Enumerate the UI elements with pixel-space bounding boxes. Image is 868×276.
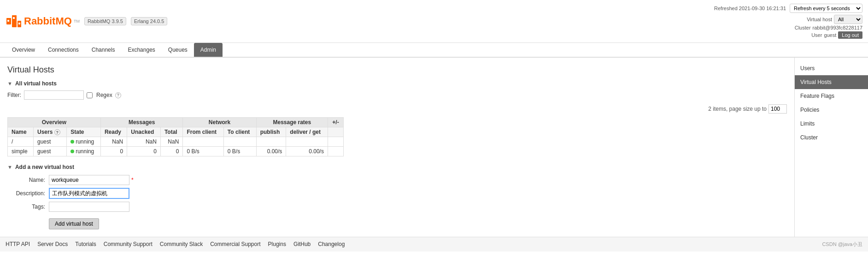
footer-link-plugins[interactable]: Plugins	[268, 241, 286, 248]
footer-link-server-docs[interactable]: Server Docs	[37, 241, 68, 248]
add-vhost-button[interactable]: Add virtual host	[49, 218, 99, 229]
cell-publish: 0.00/s	[256, 147, 286, 156]
logout-button[interactable]: Log out	[838, 31, 862, 39]
col-group-message-rates: Message rates	[256, 118, 328, 127]
erlang-version: Erlang 24.0.5	[131, 17, 167, 25]
user-value: guest	[824, 32, 836, 38]
regex-label: Regex	[96, 92, 112, 98]
cell-total: 0	[160, 147, 182, 156]
cell-state: running	[67, 147, 101, 156]
nav-item-channels[interactable]: Channels	[85, 43, 122, 57]
nav-item-overview[interactable]: Overview	[6, 43, 41, 57]
footer-link-commercial-support[interactable]: Commercial Support	[210, 241, 260, 248]
col-plusminus	[328, 127, 343, 137]
page-title: Virtual Hosts	[7, 65, 787, 75]
sidebar-item-limits[interactable]: Limits	[795, 117, 868, 131]
pagination-text: 2 items, page size up to	[708, 106, 767, 112]
col-to-client: To client	[223, 127, 256, 137]
cell-ready: 0	[100, 147, 127, 156]
logo: RabbitMQ TM	[6, 14, 80, 28]
user-label: User	[811, 32, 822, 38]
content: Virtual Hosts ▼ All virtual hosts Filter…	[0, 58, 794, 237]
sidebar-item-policies[interactable]: Policies	[795, 103, 868, 117]
page-size-input[interactable]	[768, 104, 787, 114]
rabbitmq-version: RabbitMQ 3.9.5	[84, 17, 126, 25]
cell-unacked: NaN	[127, 137, 161, 147]
sidebar-item-users[interactable]: Users	[795, 61, 868, 75]
desc-input[interactable]	[49, 188, 129, 199]
tags-row: Tags:	[7, 202, 787, 212]
col-ready: Ready	[100, 127, 127, 137]
sidebar-item-cluster[interactable]: Cluster	[795, 131, 868, 144]
name-input[interactable]	[49, 175, 129, 185]
col-group-messages: Messages	[100, 118, 183, 127]
sidebar-item-feature-flags[interactable]: Feature Flags	[795, 89, 868, 103]
refresh-select[interactable]: Refresh every 5 seconds Refresh every 10…	[790, 4, 862, 13]
logo-area: RabbitMQ TM RabbitMQ 3.9.5 Erlang 24.0.5	[6, 14, 167, 28]
col-group-overview: Overview	[8, 118, 101, 127]
regex-help-icon[interactable]: ?	[115, 92, 121, 98]
footer-link-community-slack[interactable]: Community Slack	[160, 241, 203, 248]
cell-state: running	[67, 137, 101, 147]
col-from-client: From client	[183, 127, 223, 137]
cell-deliver-get: 0.00/s	[286, 147, 328, 156]
svg-rect-4	[13, 17, 15, 19]
vhost-row: Virtual host All / simple	[807, 15, 862, 24]
cell-users: guest	[33, 147, 66, 156]
col-deliver-get: deliver / get	[286, 127, 328, 137]
footer-link-community-support[interactable]: Community Support	[104, 241, 152, 248]
main: Virtual Hosts ▼ All virtual hosts Filter…	[0, 58, 868, 237]
svg-rect-5	[18, 23, 20, 24]
tags-label: Tags:	[7, 204, 49, 210]
filter-input[interactable]	[24, 90, 84, 100]
cell-users: guest	[33, 137, 66, 147]
col-group-actions: +/-	[328, 118, 343, 127]
nav-item-admin[interactable]: Admin	[194, 43, 223, 57]
regex-checkbox[interactable]	[87, 92, 93, 98]
users-help-icon[interactable]: ?	[54, 129, 60, 135]
cell-action	[328, 147, 343, 156]
tags-input[interactable]	[49, 202, 129, 212]
col-total: Total	[160, 127, 182, 137]
add-vhost-section: ▼ Add a new virtual host Name: * Descrip…	[7, 164, 787, 229]
required-star: *	[131, 177, 134, 183]
table-row: simpleguestrunning0000 B/s0 B/s0.00/s0.0…	[8, 147, 344, 156]
rabbitmq-logo-icon	[6, 14, 22, 28]
name-row: Name: *	[7, 175, 787, 185]
cluster-row: Cluster rabbit@993fc8228117	[795, 25, 862, 30]
header-right: Refreshed 2021-09-30 16:21:31 Refresh ev…	[714, 4, 862, 39]
sidebar: Users Virtual Hosts Feature Flags Polici…	[794, 58, 868, 237]
col-name: Name	[8, 127, 34, 137]
nav-item-queues[interactable]: Queues	[162, 43, 194, 57]
cluster-label: Cluster	[795, 25, 811, 30]
add-section-toggle[interactable]: ▼	[7, 164, 12, 170]
refreshed-text: Refreshed 2021-09-30 16:21:31	[714, 6, 786, 11]
add-section-title: Add a new virtual host	[15, 164, 74, 170]
footer-link-tutorials[interactable]: Tutorials	[75, 241, 96, 248]
cell-ready: NaN	[100, 137, 127, 147]
vhost-name-link[interactable]: simple	[12, 148, 28, 155]
header-refresh-row: Refreshed 2021-09-30 16:21:31 Refresh ev…	[714, 4, 862, 13]
add-section-header: ▼ Add a new virtual host	[7, 164, 787, 170]
cell-from-client: 0 B/s	[183, 147, 223, 156]
desc-label: Description:	[7, 190, 49, 197]
filter-row: Filter: Regex ?	[7, 90, 787, 100]
cell-unacked: 0	[127, 147, 161, 156]
footer: HTTP API Server Docs Tutorials Community…	[0, 237, 868, 252]
col-group-network: Network	[183, 118, 256, 127]
footer-link-http-api[interactable]: HTTP API	[6, 241, 30, 248]
vhost-label: Virtual host	[807, 17, 832, 22]
cell-publish	[256, 137, 286, 147]
nav-item-connections[interactable]: Connections	[41, 43, 85, 57]
sidebar-item-virtual-hosts[interactable]: Virtual Hosts	[795, 75, 868, 89]
section-toggle[interactable]: ▼	[7, 81, 12, 86]
footer-link-github[interactable]: GitHub	[293, 241, 311, 248]
all-vhosts-section: ▼ All virtual hosts Filter: Regex ? 2 it…	[7, 80, 787, 156]
vhost-select[interactable]: All / simple	[834, 15, 862, 24]
svg-rect-1	[12, 15, 17, 27]
vhost-name-link[interactable]: /	[12, 138, 13, 145]
nav-item-exchanges[interactable]: Exchanges	[121, 43, 161, 57]
footer-link-changelog[interactable]: Changelog	[318, 241, 345, 248]
cell-action	[328, 137, 343, 147]
col-unacked: Unacked	[127, 127, 161, 137]
